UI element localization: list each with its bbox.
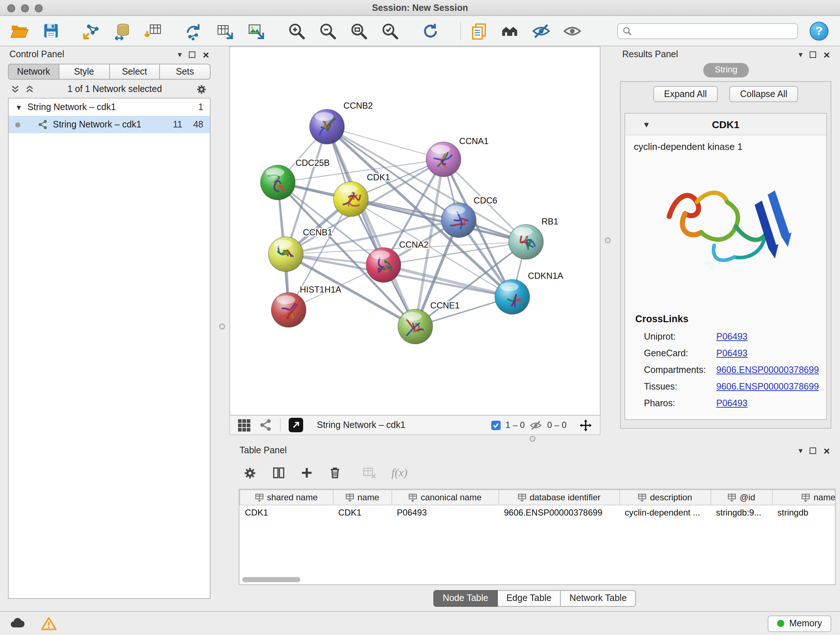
- table-cell[interactable]: CDK1: [240, 505, 333, 519]
- tab-sets[interactable]: Sets: [160, 64, 211, 80]
- delete-column-icon[interactable]: [328, 466, 342, 480]
- zoom-fit-button[interactable]: [348, 20, 370, 42]
- expand-all-button[interactable]: Expand All: [653, 86, 718, 102]
- close-panel-icon[interactable]: ×: [823, 445, 830, 456]
- birds-eye-view-icon[interactable]: [237, 418, 251, 432]
- function-builder-button[interactable]: f(x): [392, 466, 407, 479]
- tab-edge-table[interactable]: Edge Table: [498, 590, 561, 607]
- show-selected-button[interactable]: [561, 20, 583, 42]
- gear-icon[interactable]: [242, 465, 257, 480]
- pan-move-icon[interactable]: [579, 418, 592, 432]
- zoom-in-button[interactable]: [286, 20, 308, 42]
- tab-style[interactable]: Style: [59, 64, 110, 80]
- column-header-database-identifier[interactable]: database identifier: [499, 490, 620, 505]
- tab-node-table[interactable]: Node Table: [433, 590, 498, 607]
- table-cell[interactable]: cyclin-dependent ...: [620, 505, 711, 519]
- memory-button[interactable]: Memory: [767, 615, 831, 632]
- panel-menu-icon[interactable]: ▾: [178, 50, 182, 58]
- string-network-graph[interactable]: CCNB2CCNA1CDC25BCDK1CDC6RB1CCNB1CCNA2CDK…: [230, 47, 600, 415]
- protein-card-header[interactable]: ▼ CDK1: [625, 114, 826, 135]
- close-window-button[interactable]: [7, 4, 15, 12]
- export-image-button[interactable]: [245, 20, 267, 42]
- table-row[interactable]: CDK1CDK1P064939606.ENSP00000378699cyclin…: [240, 505, 836, 519]
- zoom-selected-button[interactable]: [379, 20, 401, 42]
- node-CCNB1[interactable]: [268, 237, 303, 272]
- close-panel-icon[interactable]: ×: [202, 49, 209, 60]
- collapse-section-icon[interactable]: ▼: [643, 120, 651, 128]
- table-cell[interactable]: 9606.ENSP00000378699: [499, 505, 620, 519]
- show-columns-icon[interactable]: [271, 466, 286, 480]
- table-cell[interactable]: CDK1: [333, 505, 392, 519]
- crosslink-value-link[interactable]: P06493: [716, 348, 747, 358]
- table-cell[interactable]: P06493: [392, 505, 499, 519]
- tree-expand-icon[interactable]: ▼: [15, 103, 22, 111]
- import-table-from-file-button[interactable]: [142, 20, 164, 42]
- node-CCNB2[interactable]: [309, 109, 344, 144]
- collapse-all-button[interactable]: Collapse All: [729, 86, 798, 102]
- warning-icon[interactable]: [41, 615, 57, 632]
- refresh-view-button[interactable]: [420, 20, 441, 42]
- tab-network[interactable]: Network: [8, 64, 59, 80]
- network-collection-row[interactable]: ▼ String Network – cdk1 1: [9, 98, 210, 116]
- node-CDC6[interactable]: [441, 203, 476, 238]
- crosslink-value-link[interactable]: P06493: [716, 398, 747, 408]
- import-network-from-file-button[interactable]: [80, 20, 102, 42]
- node-CCNA1[interactable]: [426, 142, 461, 177]
- crosslink-value-link[interactable]: 9606.ENSP00000378699: [716, 381, 819, 391]
- right-splitter-handle[interactable]: [605, 238, 611, 243]
- horizontal-splitter-handle[interactable]: [530, 436, 535, 442]
- minimize-window-button[interactable]: [21, 4, 29, 12]
- node-RB1[interactable]: [508, 225, 543, 259]
- zoom-out-button[interactable]: [317, 20, 339, 42]
- network-row-selected[interactable]: String Network – cdk1 11 48: [9, 116, 210, 133]
- maximize-window-button[interactable]: [35, 4, 43, 12]
- close-panel-icon[interactable]: ×: [823, 49, 830, 60]
- home-button[interactable]: [499, 20, 521, 42]
- network-overview-icon[interactable]: [259, 418, 272, 432]
- expand-all-icon[interactable]: [11, 85, 19, 93]
- string-tab-badge[interactable]: String: [703, 63, 749, 78]
- table-cell[interactable]: stringdb:9...: [711, 505, 772, 519]
- export-table-button[interactable]: [214, 20, 236, 42]
- panel-menu-icon[interactable]: ▾: [798, 50, 802, 58]
- column-header-description[interactable]: description: [620, 490, 711, 505]
- network-view-canvas[interactable]: CCNB2CCNA1CDC25BCDK1CDC6RB1CCNB1CCNA2CDK…: [229, 46, 600, 416]
- float-panel-icon[interactable]: [810, 51, 816, 57]
- table-cell[interactable]: stringdb: [772, 505, 836, 519]
- search-input[interactable]: [636, 26, 793, 36]
- tab-network-table[interactable]: Network Table: [561, 590, 636, 607]
- left-splitter-handle[interactable]: [219, 324, 225, 329]
- column-header--id[interactable]: @id: [711, 490, 772, 505]
- node-HIST1H1A[interactable]: [271, 293, 306, 327]
- tab-select[interactable]: Select: [110, 64, 160, 80]
- open-in-browser-button[interactable]: [289, 418, 303, 432]
- node-CDKN1A[interactable]: [495, 279, 530, 314]
- duplicate-button[interactable]: [468, 20, 490, 42]
- column-header-namespace[interactable]: namespace: [772, 490, 836, 505]
- open-session-button[interactable]: [9, 20, 30, 42]
- help-button[interactable]: ?: [810, 21, 829, 40]
- cloud-icon[interactable]: [9, 615, 26, 632]
- column-header-name[interactable]: name: [333, 490, 392, 505]
- new-network-from-selection-button[interactable]: [183, 20, 205, 42]
- horizontal-scrollbar[interactable]: [242, 577, 300, 582]
- edge-CCNB2-CCNE1[interactable]: [327, 127, 415, 326]
- hide-selected-button[interactable]: [531, 20, 552, 42]
- column-header-canonical-name[interactable]: canonical name: [392, 490, 499, 505]
- column-header-shared-name[interactable]: shared name: [240, 490, 333, 505]
- float-panel-icon[interactable]: [189, 51, 195, 57]
- save-session-button[interactable]: [40, 20, 62, 42]
- node-CCNA2[interactable]: [366, 248, 401, 282]
- crosslink-value-link[interactable]: 9606.ENSP00000378699: [716, 364, 819, 375]
- hidden-items-icon[interactable]: [530, 419, 542, 431]
- selected-nodes-checkbox[interactable]: [491, 420, 500, 430]
- node-CCNE1[interactable]: [398, 309, 433, 344]
- import-network-from-database-button[interactable]: [111, 20, 133, 42]
- gear-icon[interactable]: [195, 83, 208, 95]
- collapse-all-icon[interactable]: [25, 85, 34, 93]
- float-panel-icon[interactable]: [810, 447, 816, 454]
- node-CDK1[interactable]: [333, 182, 368, 217]
- add-column-icon[interactable]: [300, 466, 314, 480]
- panel-menu-icon[interactable]: ▾: [798, 447, 802, 454]
- crosslink-value-link[interactable]: P06493: [716, 331, 747, 341]
